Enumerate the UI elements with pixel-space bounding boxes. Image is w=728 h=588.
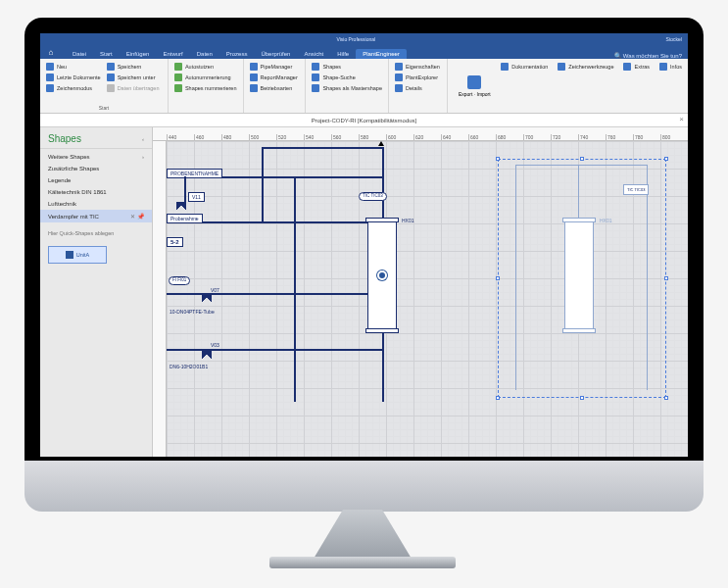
btn-dokumentation[interactable]: Dokumentation [501, 62, 548, 72]
close-document-button[interactable]: × [679, 115, 684, 123]
stencil-verdampfer-mit-tic[interactable]: Verdampfer mit TIC✕ 📌 [40, 210, 152, 222]
file-button-icon[interactable]: ⌂ [44, 45, 58, 59]
monitor-foot [269, 557, 456, 568]
btn-shape-suche[interactable]: Shape-Suche [312, 73, 382, 82]
selection-handle[interactable] [664, 276, 668, 280]
btn-speichern[interactable]: Speichern [107, 62, 160, 72]
instrument-tag-tic[interactable]: TIC TIC03 [359, 192, 387, 201]
tell-me-search[interactable]: 🔍 Was möchten Sie tun? [614, 52, 682, 59]
chevron-left-icon[interactable]: ‹ [142, 136, 144, 142]
btn-zeichenmodus[interactable]: Zeichenmodus [46, 83, 101, 93]
horizontal-ruler: 4404604805005205405605806006206406606807… [153, 127, 688, 141]
heat-exchanger-hx01[interactable] [367, 221, 397, 329]
shapes-stencil-list: Weitere Shapes› Zusätzliche Shapes Legen… [40, 149, 152, 224]
label-pipe2: DN6-10H2O01B1 [167, 363, 211, 370]
stencil-weitere-shapes[interactable]: Weitere Shapes› [40, 151, 152, 163]
btn-daten-uebertragen[interactable]: Daten übertragen [107, 83, 160, 93]
title-user: Stockel [666, 36, 682, 42]
stencil-zusaetzliche-shapes[interactable]: Zusätzliche Shapes [40, 163, 152, 174]
export-icon [467, 75, 481, 89]
selection-handle[interactable] [580, 157, 584, 161]
tab-hilfe[interactable]: Hilfe [330, 49, 356, 59]
tab-ansicht[interactable]: Ansicht [297, 49, 330, 59]
btn-pipemanager[interactable]: PipeManager [250, 62, 298, 72]
ribbon-group-manager: PipeManager ReportManager Betriebsarten [244, 59, 307, 113]
btn-letzte-dokumente[interactable]: Letzte Dokumente [46, 73, 101, 82]
btn-reportmanager[interactable]: ReportManager [250, 73, 298, 82]
stencil-kaeltetechnik[interactable]: Kältetechnik DIN 1861 [40, 186, 152, 198]
btn-neu[interactable]: Neu [46, 62, 101, 72]
selection-handle[interactable] [496, 396, 500, 400]
canvas-area: 4404604805005205405605806006206406606807… [153, 127, 688, 457]
selection-handle[interactable] [580, 396, 584, 400]
label-probenentnahme[interactable]: PROBENENTNAHME [167, 169, 222, 178]
monitor-chin [24, 461, 704, 512]
ribbon-group-export: Export · Import Dokumentation Zeichenwer… [448, 59, 688, 113]
label-v11[interactable]: V11 [188, 192, 205, 202]
ribbon: Neu Letzte Dokumente Zeichenmodus Speich… [40, 59, 688, 114]
pipe-line[interactable] [167, 293, 382, 295]
search-icon: 🔍 [614, 52, 621, 59]
selection-handle[interactable] [664, 396, 668, 400]
tab-datei[interactable]: Datei [66, 49, 93, 59]
title-bar: Visio Professional Stockel [40, 33, 688, 45]
document-title-bar: Project-CODY-RI [Kompatibilitätsmodus] × [40, 114, 688, 127]
stencil-lufttechnik[interactable]: Lufttechnik [40, 198, 152, 210]
btn-shapes-nummerieren[interactable]: Shapes nummerieren [174, 83, 237, 93]
vertical-ruler [153, 141, 167, 457]
tab-plantengineer[interactable]: PlantEngineer [356, 49, 407, 59]
btn-plantexplorer[interactable]: PlantExplorer [395, 73, 440, 82]
btn-autonummerierung[interactable]: Autonummerierung [174, 73, 237, 82]
pipe-line[interactable] [647, 165, 648, 390]
pipe-line[interactable] [167, 349, 382, 351]
valve-icon[interactable] [202, 351, 212, 359]
tab-daten[interactable]: Daten [190, 49, 219, 59]
instrument-tag-fi[interactable]: FI FI01 [169, 276, 190, 285]
label-probenahme[interactable]: Probenahme [167, 214, 203, 223]
selection-handle[interactable] [496, 157, 500, 161]
drawing-canvas[interactable]: PROBENENTNAHME V11 Probenahme 5-2 FI FI0… [167, 141, 688, 457]
quick-shapes-hint: Hier Quick-Shapes ablegen [40, 224, 152, 242]
arrow-up-icon [378, 141, 384, 146]
pipe-line[interactable] [294, 176, 296, 402]
tell-me-placeholder: Was möchten Sie tun? [623, 53, 682, 59]
label-v03[interactable]: V03 [208, 341, 222, 349]
btn-infos[interactable]: Infos [659, 62, 682, 72]
valve-icon[interactable] [176, 202, 186, 210]
btn-eigenschaften[interactable]: Eigenschaften [395, 62, 440, 72]
tab-ueberpruefen[interactable]: Überprüfen [254, 49, 297, 59]
valve-icon[interactable] [202, 294, 212, 302]
btn-shapes[interactable]: Shapes [312, 62, 382, 72]
btn-betriebsarten[interactable]: Betriebsarten [250, 83, 298, 93]
pipe-line[interactable] [262, 147, 383, 149]
selection-handle[interactable] [664, 157, 668, 161]
btn-shapes-als-mastershape[interactable]: Shapes als Mastershape [312, 83, 382, 93]
quick-shape-unita[interactable]: UnitA [48, 246, 107, 264]
pipe-line[interactable] [578, 165, 579, 221]
tab-prozess[interactable]: Prozess [219, 49, 255, 59]
btn-extras[interactable]: Extras [623, 62, 650, 72]
tab-start[interactable]: Start [93, 49, 120, 59]
heat-exchanger-hx01-instance[interactable] [564, 221, 594, 329]
tab-einfuegen[interactable]: Einfügen [120, 49, 157, 59]
shapes-panel-title: Shapes ‹ [40, 127, 152, 149]
label-5-2[interactable]: 5-2 [167, 237, 183, 247]
label-v07[interactable]: V07 [208, 286, 222, 294]
btn-autostutzen[interactable]: Autostutzen [174, 62, 237, 72]
pipe-line[interactable] [262, 147, 264, 221]
btn-export-import[interactable]: Export · Import [454, 62, 495, 111]
btn-details[interactable]: Details [395, 83, 440, 93]
label-hx01: HX01 [402, 218, 414, 223]
pipe-line[interactable] [515, 165, 647, 166]
btn-speichern-unter[interactable]: Speichern unter [107, 73, 160, 82]
btn-zeichenwerkzeuge[interactable]: Zeichenwerkzeuge [558, 62, 613, 72]
tab-entwurf[interactable]: Entwurf [156, 49, 189, 59]
screen: Visio Professional Stockel ⌂ Datei Start… [40, 33, 688, 457]
pipe-line[interactable] [515, 165, 516, 390]
workspace: Shapes ‹ Weitere Shapes› Zusätzliche Sha… [40, 127, 688, 457]
pin-icon[interactable]: ✕ 📌 [130, 213, 144, 220]
stencil-legende[interactable]: Legende [40, 174, 152, 186]
ribbon-group-shapes: Shapes Shape-Suche Shapes als Mastershap… [306, 59, 389, 113]
selection-handle[interactable] [496, 276, 500, 280]
instrument-tag-tic-selected[interactable]: TIC TIC03 [623, 184, 649, 195]
